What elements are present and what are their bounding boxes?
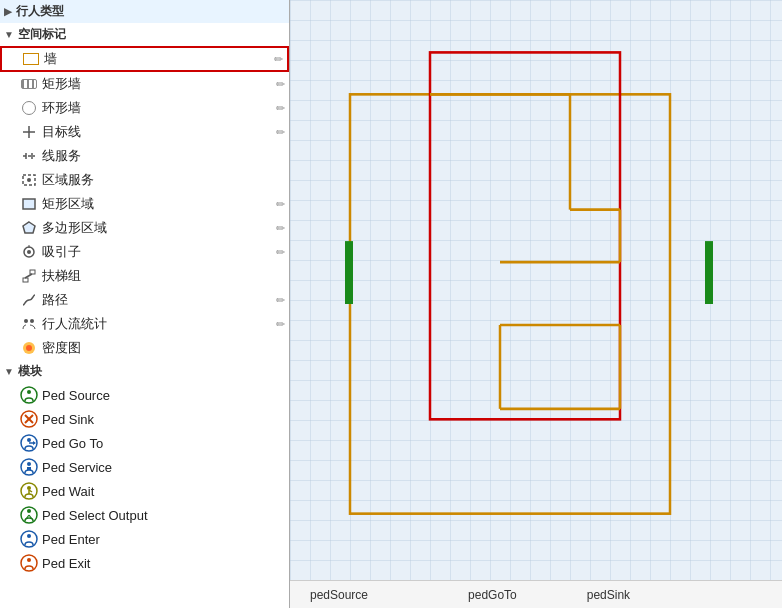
ped-service-icon bbox=[20, 458, 38, 476]
sidebar-item-ped-enter[interactable]: Ped Enter bbox=[0, 527, 289, 551]
item-label: Ped Service bbox=[42, 460, 112, 475]
svg-rect-43 bbox=[350, 94, 670, 513]
area-service-icon bbox=[20, 171, 38, 189]
item-label: 路径 bbox=[42, 291, 68, 309]
svg-point-20 bbox=[27, 390, 31, 394]
item-label: Ped Go To bbox=[42, 436, 103, 451]
sidebar-item-circle-wall[interactable]: 环形墙 ✏ bbox=[0, 96, 289, 120]
sidebar-item-ped-exit[interactable]: Ped Exit bbox=[0, 551, 289, 575]
sidebar-item-escalator[interactable]: 扶梯组 bbox=[0, 264, 289, 288]
svg-marker-8 bbox=[23, 222, 35, 233]
sidebar: ▶ 行人类型 ▼ 空间标记 墙 ✏ 矩形墙 ✏ 环形墙 ✏ 目标线 ✏ bbox=[0, 0, 290, 608]
sidebar-item-counter[interactable]: 行人流统计 ✏ bbox=[0, 312, 289, 336]
sidebar-item-ped-source[interactable]: Ped Source bbox=[0, 383, 289, 407]
svg-rect-55 bbox=[705, 241, 713, 304]
line-service-icon bbox=[20, 147, 38, 165]
ped-source-icon bbox=[20, 386, 38, 404]
counter-icon bbox=[20, 315, 38, 333]
density-icon bbox=[20, 339, 38, 357]
ped-sink-label: pedSink bbox=[567, 588, 650, 602]
sidebar-item-wall[interactable]: 墙 ✏ bbox=[0, 46, 289, 72]
item-label: 环形墙 bbox=[42, 99, 81, 117]
sidebar-item-poly-area[interactable]: 多边形区域 ✏ bbox=[0, 216, 289, 240]
edit-icon[interactable]: ✏ bbox=[274, 53, 283, 66]
ped-wait-icon bbox=[20, 482, 38, 500]
item-label: 矩形墙 bbox=[42, 75, 81, 93]
svg-rect-7 bbox=[23, 199, 35, 209]
sidebar-item-attractor[interactable]: 吸引子 ✏ bbox=[0, 240, 289, 264]
sidebar-item-ped-select-output[interactable]: Ped Select Output bbox=[0, 503, 289, 527]
sidebar-item-rect-area[interactable]: 矩形区域 ✏ bbox=[0, 192, 289, 216]
ped-source-label: pedSource bbox=[290, 588, 388, 602]
svg-point-19 bbox=[21, 387, 37, 403]
item-label: 行人流统计 bbox=[42, 315, 107, 333]
ped-select-output-icon bbox=[20, 506, 38, 524]
sidebar-item-ped-go-to[interactable]: Ped Go To bbox=[0, 431, 289, 455]
canvas-svg: WSKH0929 bbox=[290, 0, 782, 608]
edit-icon[interactable]: ✏ bbox=[276, 222, 285, 235]
section-spatial-markers[interactable]: ▼ 空间标记 bbox=[0, 23, 289, 46]
ped-sink-icon bbox=[20, 410, 38, 428]
item-label: 扶梯组 bbox=[42, 267, 81, 285]
svg-rect-30 bbox=[27, 467, 31, 470]
item-label: 矩形区域 bbox=[42, 195, 94, 213]
poly-area-icon bbox=[20, 219, 38, 237]
item-label: Ped Enter bbox=[42, 532, 100, 547]
edit-icon[interactable]: ✏ bbox=[276, 102, 285, 115]
sidebar-item-ped-wait[interactable]: Ped Wait bbox=[0, 479, 289, 503]
sidebar-item-ped-sink[interactable]: Ped Sink bbox=[0, 407, 289, 431]
section-pedestrian-type[interactable]: ▶ 行人类型 bbox=[0, 0, 289, 23]
item-label: Ped Exit bbox=[42, 556, 90, 571]
section-label: 空间标记 bbox=[18, 26, 66, 43]
svg-rect-12 bbox=[23, 278, 28, 282]
item-label: Ped Select Output bbox=[42, 508, 148, 523]
item-label: 区域服务 bbox=[42, 171, 94, 189]
circle-wall-icon bbox=[20, 99, 38, 117]
arrow-icon: ▶ bbox=[4, 6, 12, 17]
bottom-labels: pedSource pedGoTo pedSink bbox=[290, 580, 782, 608]
svg-point-6 bbox=[27, 178, 31, 182]
item-label: 多边形区域 bbox=[42, 219, 107, 237]
edit-icon[interactable]: ✏ bbox=[276, 318, 285, 331]
edit-icon[interactable]: ✏ bbox=[276, 78, 285, 91]
item-label: 密度图 bbox=[42, 339, 81, 357]
sidebar-item-density[interactable]: 密度图 bbox=[0, 336, 289, 360]
svg-rect-13 bbox=[30, 270, 35, 274]
ped-exit-icon bbox=[20, 554, 38, 572]
section-modules[interactable]: ▼ 模块 bbox=[0, 360, 289, 383]
canvas: WSKH0929 pedSource pedGoTo pedSink bbox=[290, 0, 782, 608]
sidebar-item-target[interactable]: 目标线 ✏ bbox=[0, 120, 289, 144]
item-label: Ped Wait bbox=[42, 484, 94, 499]
sidebar-item-area-service[interactable]: 区域服务 bbox=[0, 168, 289, 192]
attractor-icon bbox=[20, 243, 38, 261]
item-label: Ped Sink bbox=[42, 412, 94, 427]
item-label: 目标线 bbox=[42, 123, 81, 141]
sidebar-item-line-service[interactable]: 线服务 bbox=[0, 144, 289, 168]
ped-go-to-icon bbox=[20, 434, 38, 452]
section-label: 模块 bbox=[18, 363, 42, 380]
item-label: 吸引子 bbox=[42, 243, 81, 261]
sidebar-item-path[interactable]: 路径 ✏ bbox=[0, 288, 289, 312]
svg-point-42 bbox=[27, 558, 31, 562]
svg-point-39 bbox=[21, 531, 37, 547]
sidebar-item-rect-wall[interactable]: 矩形墙 ✏ bbox=[0, 72, 289, 96]
edit-icon[interactable]: ✏ bbox=[276, 198, 285, 211]
item-label: Ped Source bbox=[42, 388, 110, 403]
edit-icon[interactable]: ✏ bbox=[276, 294, 285, 307]
svg-point-41 bbox=[21, 555, 37, 571]
ped-go-to-label: pedGoTo bbox=[448, 588, 537, 602]
target-icon bbox=[20, 123, 38, 141]
svg-rect-54 bbox=[345, 241, 353, 304]
svg-marker-27 bbox=[33, 441, 36, 445]
svg-point-32 bbox=[27, 486, 31, 490]
arrow-icon: ▼ bbox=[4, 366, 14, 377]
edit-icon[interactable]: ✏ bbox=[276, 126, 285, 139]
edit-icon[interactable]: ✏ bbox=[276, 246, 285, 259]
sidebar-item-ped-service[interactable]: Ped Service bbox=[0, 455, 289, 479]
ped-enter-icon bbox=[20, 530, 38, 548]
svg-point-15 bbox=[24, 319, 28, 323]
item-label: 墙 bbox=[44, 50, 57, 68]
svg-point-16 bbox=[30, 319, 34, 323]
wall-icon bbox=[22, 50, 40, 68]
rect-wall-icon bbox=[20, 75, 38, 93]
